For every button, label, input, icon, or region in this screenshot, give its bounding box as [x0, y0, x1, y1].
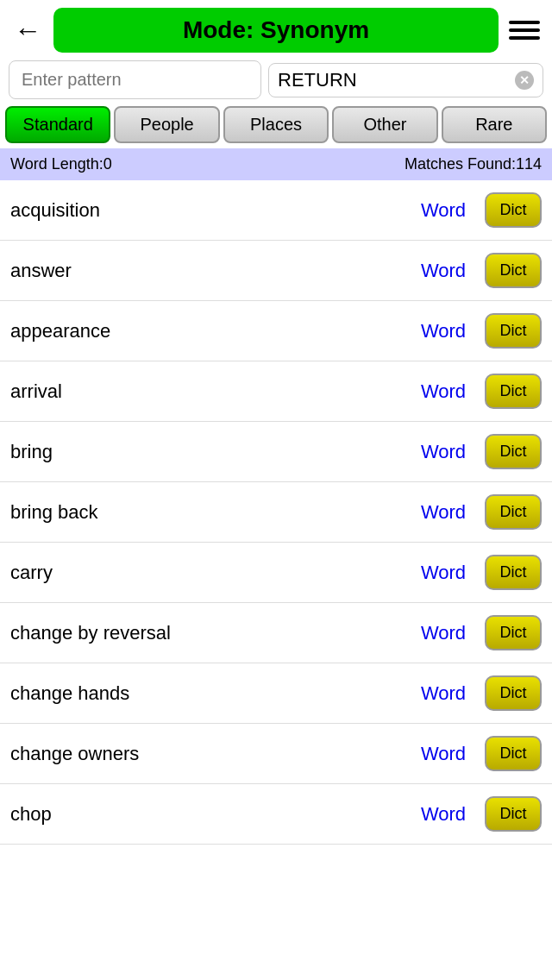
dict-button[interactable]: Dict: [485, 434, 542, 469]
word-link[interactable]: Word: [409, 441, 478, 463]
word-text: change owners: [10, 743, 402, 765]
word-link[interactable]: Word: [409, 562, 478, 584]
word-text: change by reversal: [10, 622, 402, 644]
word-link[interactable]: Word: [409, 803, 478, 826]
word-text: appearance: [10, 320, 402, 342]
pattern-input[interactable]: [9, 60, 261, 99]
filter-btn-rare[interactable]: Rare: [442, 106, 547, 143]
table-row: change ownersWordDict: [0, 724, 552, 784]
table-row: bring backWordDict: [0, 482, 552, 543]
filter-btn-other[interactable]: Other: [332, 106, 437, 143]
word-text: bring back: [10, 501, 402, 524]
word-text: answer: [10, 260, 402, 282]
menu-icon-line3: [509, 36, 540, 40]
dict-button[interactable]: Dict: [485, 736, 542, 771]
word-text: bring: [10, 441, 402, 463]
table-row: change handsWordDict: [0, 663, 552, 724]
word-link[interactable]: Word: [409, 682, 478, 705]
dict-button[interactable]: Dict: [485, 192, 542, 228]
menu-icon-line2: [509, 28, 540, 32]
word-text: chop: [10, 803, 402, 826]
clear-button[interactable]: ✕: [515, 71, 534, 90]
header: ← Mode: Synonym: [0, 0, 552, 60]
table-row: arrivalWordDict: [0, 361, 552, 422]
dict-button[interactable]: Dict: [485, 494, 542, 530]
table-row: appearanceWordDict: [0, 301, 552, 361]
word-list: acquisitionWordDictanswerWordDictappeara…: [0, 180, 552, 845]
word-length-label: Word Length:0: [10, 155, 112, 173]
word-text: change hands: [10, 682, 402, 705]
word-text: carry: [10, 562, 402, 584]
dict-button[interactable]: Dict: [485, 675, 542, 711]
table-row: chopWordDict: [0, 784, 552, 845]
dict-button[interactable]: Dict: [485, 374, 542, 409]
filter-row: StandardPeoplePlacesOtherRare: [0, 106, 552, 148]
word-link[interactable]: Word: [409, 320, 478, 342]
word-link[interactable]: Word: [409, 622, 478, 644]
table-row: acquisitionWordDict: [0, 180, 552, 241]
table-row: bringWordDict: [0, 422, 552, 482]
word-text: acquisition: [10, 199, 402, 222]
stats-bar: Word Length:0 Matches Found:114: [0, 148, 552, 180]
dict-button[interactable]: Dict: [485, 796, 542, 832]
dict-button[interactable]: Dict: [485, 253, 542, 288]
back-button[interactable]: ←: [9, 15, 47, 47]
word-link[interactable]: Word: [409, 743, 478, 765]
menu-icon-line1: [509, 21, 540, 24]
matches-found-label: Matches Found:114: [405, 155, 542, 173]
filter-btn-people[interactable]: People: [114, 106, 219, 143]
mode-button[interactable]: Mode: Synonym: [53, 8, 499, 53]
table-row: answerWordDict: [0, 241, 552, 301]
table-row: carryWordDict: [0, 543, 552, 603]
search-row: ✕: [0, 60, 552, 106]
word-link[interactable]: Word: [409, 260, 478, 282]
word-link[interactable]: Word: [409, 199, 478, 222]
dict-button[interactable]: Dict: [485, 313, 542, 349]
table-row: change by reversalWordDict: [0, 603, 552, 663]
filter-btn-places[interactable]: Places: [223, 106, 329, 143]
word-text: arrival: [10, 380, 402, 403]
filter-btn-standard[interactable]: Standard: [5, 106, 110, 143]
dict-button[interactable]: Dict: [485, 555, 542, 590]
search-input[interactable]: [278, 69, 515, 91]
word-link[interactable]: Word: [409, 501, 478, 524]
word-link[interactable]: Word: [409, 380, 478, 403]
menu-button[interactable]: [505, 17, 543, 43]
search-field-container: ✕: [268, 63, 543, 97]
dict-button[interactable]: Dict: [485, 615, 542, 650]
clear-icon: ✕: [515, 71, 534, 90]
